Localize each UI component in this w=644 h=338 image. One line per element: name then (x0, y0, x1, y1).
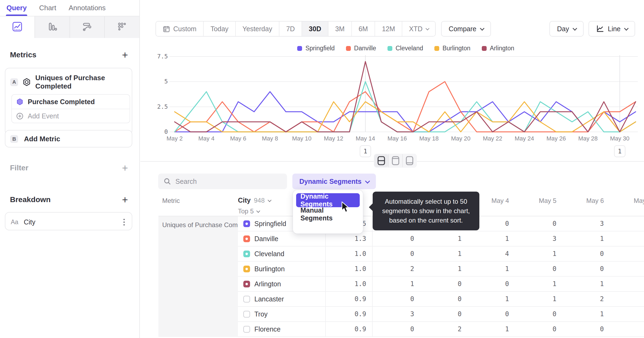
metric-b-badge: B (10, 135, 18, 143)
breakdown-property-label: City (24, 218, 35, 226)
compare-label: Compare (449, 25, 476, 33)
menu-item-manual-segments[interactable]: Manual Segments (296, 207, 360, 221)
value-cell-cut (610, 262, 644, 277)
range-12m[interactable]: 12M (375, 22, 402, 36)
kebab-menu-icon[interactable] (122, 217, 126, 227)
event-row[interactable]: Purchase Completed (12, 95, 130, 109)
add-breakdown-plus-icon[interactable]: + (122, 196, 128, 204)
chart-type-tabs (0, 16, 139, 38)
legend-item-cleveland[interactable]: Cleveland (387, 45, 423, 52)
value-cell: 2 (562, 292, 610, 307)
annotation-badge[interactable]: 1 (614, 145, 625, 157)
segment-name: Burlington (254, 265, 285, 273)
segment-checkbox[interactable] (243, 281, 250, 287)
y-tick-label: 7.5 (146, 53, 168, 60)
range-today[interactable]: Today (203, 22, 235, 36)
tab-annotations[interactable]: Annotations (69, 0, 106, 16)
range-7d[interactable]: 7D (279, 22, 302, 36)
legend-item-springfield[interactable]: Springfield (297, 45, 335, 52)
tab-chart[interactable]: Chart (39, 0, 56, 16)
metric-cell: Uniques of Purchase Com... (158, 216, 238, 337)
compare-button[interactable]: Compare (441, 21, 491, 37)
value-cell: 0 (373, 247, 420, 262)
layout-table-only-button[interactable] (402, 154, 416, 167)
range-xtd[interactable]: XTD (402, 22, 435, 36)
add-metric-label: Add Metric (24, 135, 60, 143)
segment-row-cleveland[interactable]: Cleveland (238, 247, 326, 262)
avg-value-cell: 1.0 (326, 262, 373, 277)
chart-type-flow[interactable] (70, 16, 105, 38)
add-event-row[interactable]: Add Event (12, 109, 130, 123)
table-body: Uniques of Purchase Com...Springfield1.5… (158, 216, 644, 337)
segment-row-arlington[interactable]: Arlington (238, 277, 326, 292)
date-column-header[interactable]: May 6 (562, 192, 610, 216)
tab-query[interactable]: Query (6, 0, 27, 16)
segment-row-troy[interactable]: Troy (238, 307, 326, 322)
breakdown-city-card[interactable]: Aa City (5, 212, 132, 230)
value-cell-cut (610, 322, 644, 337)
add-metric-plus-icon[interactable]: + (122, 51, 128, 59)
chart-type-matrix[interactable] (104, 16, 139, 38)
chart-type-bar[interactable] (34, 16, 70, 38)
value-cell-cut (610, 231, 644, 247)
metric-b-card[interactable]: B Add Metric (5, 130, 132, 147)
segment-checkbox[interactable] (243, 220, 250, 227)
segment-checkbox[interactable] (243, 296, 250, 302)
segment-checkbox[interactable] (243, 251, 250, 257)
segment-row-burlington[interactable]: Burlington (238, 262, 326, 277)
date-column-header[interactable]: May 7 (610, 192, 644, 216)
metric-column-header: Metric (158, 192, 238, 216)
chart-legend: SpringfieldDanvilleClevelandBurlingtonAr… (175, 45, 637, 52)
add-filter-plus-icon[interactable]: + (122, 164, 128, 172)
granularity-label: Day (557, 25, 569, 33)
segment-row-lancaster[interactable]: Lancaster (238, 292, 326, 307)
menu-item-dynamic-segments[interactable]: Dynamic Segments (296, 193, 360, 207)
top-tab-bar: Query Chart Annotations (0, 0, 139, 16)
range-custom[interactable]: Custom (156, 22, 203, 36)
range-30d[interactable]: 30D (302, 22, 328, 36)
value-cell-cut (610, 247, 644, 262)
layout-split-button[interactable] (374, 154, 388, 167)
flow-chart-icon (82, 22, 92, 33)
metrics-title: Metrics (10, 51, 36, 59)
legend-label: Burlington (442, 45, 470, 52)
value-cell: 0 (373, 292, 420, 307)
value-cell: 0 (515, 262, 562, 277)
x-tick-label: May 12 (317, 135, 350, 142)
segment-checkbox[interactable] (243, 266, 250, 272)
value-cell-cut (610, 277, 644, 292)
annotation-badge[interactable]: 1 (360, 145, 371, 157)
search-input[interactable] (175, 178, 282, 185)
app-window: Query Chart Annotations (0, 0, 644, 338)
segment-checkbox[interactable] (243, 311, 250, 318)
group-count: 948 (254, 197, 265, 204)
metric-a-card[interactable]: A Uniques of Purchase Completed Purchase… (5, 68, 132, 135)
event-block: Purchase Completed Add Event (11, 94, 130, 123)
layout-chart-only-button[interactable] (388, 154, 402, 167)
legend-item-burlington[interactable]: Burlington (434, 45, 470, 52)
segment-checkbox[interactable] (243, 326, 250, 333)
granularity-button[interactable]: Day (549, 21, 583, 37)
legend-item-arlington[interactable]: Arlington (482, 45, 514, 52)
value-cell: 1 (562, 307, 610, 322)
segment-row-florence[interactable]: Florence (238, 322, 326, 337)
chart-type-line[interactable] (0, 16, 34, 38)
value-cell: 1 (468, 262, 515, 277)
x-tick-label: May 18 (413, 135, 445, 142)
segment-row-danville[interactable]: Danville (238, 231, 326, 247)
date-column-header[interactable]: May 5 (515, 192, 562, 216)
legend-item-danville[interactable]: Danville (346, 45, 376, 52)
range-3m[interactable]: 3M (328, 22, 351, 36)
chevron-down-icon (480, 26, 484, 31)
value-cell: 1 (373, 277, 420, 292)
value-cell: 1 (420, 262, 468, 277)
segments-mode-button[interactable]: Dynamic Segments (292, 174, 376, 189)
range-yesterday[interactable]: Yesterday (235, 22, 279, 36)
chart-style-button[interactable]: Line (588, 21, 635, 37)
filter-title: Filter (10, 164, 28, 172)
range-6m[interactable]: 6M (351, 22, 375, 36)
plus-circle-icon (16, 112, 23, 120)
value-cell-cut (610, 307, 644, 322)
segment-checkbox[interactable] (243, 235, 250, 242)
segment-search[interactable] (158, 174, 287, 189)
